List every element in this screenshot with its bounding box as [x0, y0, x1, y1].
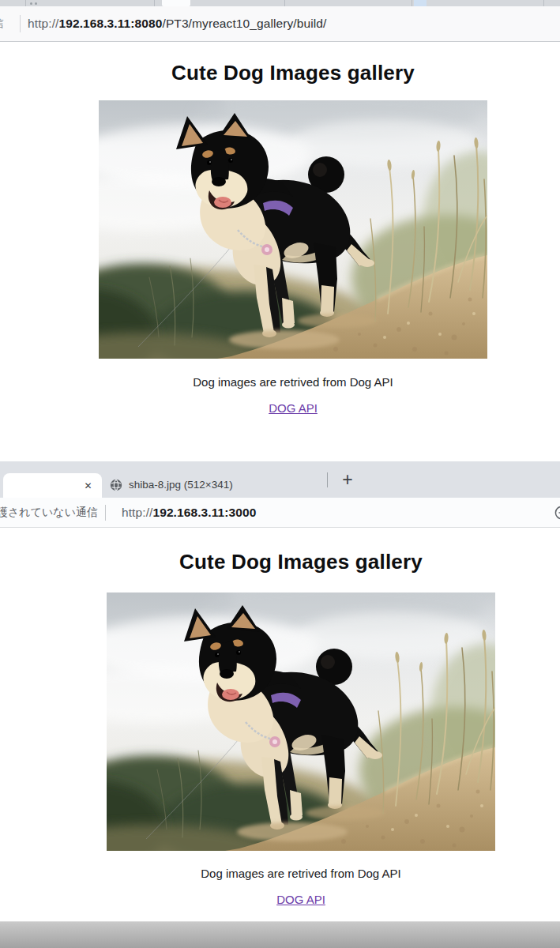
screenshot-root: 信 http://192.168.3.11:8080/PT3/myreact10…	[0, 0, 560, 948]
address-bar-divider	[105, 505, 106, 521]
top-address-bar[interactable]: 信 http://192.168.3.11:8080/PT3/myreact10…	[0, 6, 560, 42]
favicon-fragment-dot	[35, 2, 37, 5]
page-title: Cute Dog Images gallery	[0, 42, 560, 85]
active-tab[interactable]: ✕	[3, 473, 102, 498]
tab-separator	[412, 0, 412, 6]
zoom-out-icon[interactable]	[554, 505, 560, 521]
address-bar-divider	[20, 15, 21, 32]
bottom-tab-strip: ✕ shiba-8.jpg (512×341) +	[0, 461, 560, 498]
caption-text: Dog images are retrived from Dog API	[0, 867, 560, 880]
security-label: 護されていない通信	[0, 506, 98, 520]
url-host: 192.168.3.11:3000	[152, 506, 256, 519]
top-tab-strip[interactable]	[0, 0, 560, 6]
url-text[interactable]: http://192.168.3.11:8080/PT3/myreact10_g…	[28, 17, 326, 31]
new-tab-divider	[327, 472, 328, 487]
desktop-strip	[0, 921, 560, 948]
url-text[interactable]: http://192.168.3.11:3000	[122, 506, 256, 520]
top-page-content: Cute Dog Images gallery Dog images are r…	[0, 42, 560, 461]
tab-shiba-image[interactable]: shiba-8.jpg (512×341)	[110, 472, 233, 498]
bottom-address-bar[interactable]: 護されていない通信 http://192.168.3.11:3000	[0, 498, 560, 528]
new-tab-button[interactable]: +	[337, 469, 358, 490]
caption-text: Dog images are retrived from Dog API	[0, 375, 560, 389]
tab-separator	[154, 0, 155, 6]
close-icon[interactable]: ✕	[81, 479, 95, 492]
page-title: Cute Dog Images gallery	[0, 528, 560, 574]
url-path: /PT3/myreact10_gallery/build/	[162, 17, 326, 30]
tab-separator	[25, 0, 26, 6]
url-scheme: http://	[28, 17, 58, 30]
tab-title: shiba-8.jpg (512×341)	[129, 479, 233, 491]
tab-separator	[543, 0, 544, 6]
tab-separator	[284, 0, 285, 6]
tab-favicon-fragment	[414, 0, 427, 6]
favicon-fragment-dot	[30, 2, 32, 5]
dog-photo	[99, 100, 487, 359]
shiba-photo-illustration	[99, 100, 487, 359]
globe-icon	[110, 479, 122, 491]
tab-bottom-highlight	[162, 0, 190, 6]
dog-photo	[107, 592, 495, 851]
bottom-page-content: Cute Dog Images gallery Dog images are r…	[0, 528, 560, 921]
dog-api-link[interactable]: DOG API	[269, 401, 318, 416]
shiba-photo-illustration	[107, 592, 495, 851]
url-host: 192.168.3.11:8080	[58, 17, 162, 30]
url-scheme: http://	[122, 506, 152, 519]
dog-api-link[interactable]: DOG API	[276, 893, 325, 907]
security-label-partial: 信	[0, 17, 4, 31]
